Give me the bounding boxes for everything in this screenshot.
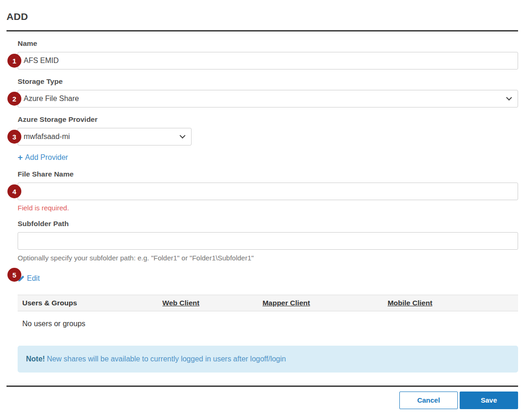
storage-type-label: Storage Type [18,77,518,86]
table-header-row: Users & Groups Web Client Mapper Client … [18,295,518,311]
file-share-name-error: Field is required. [18,204,518,212]
step-badge-3: 3 [7,130,21,144]
note-alert: Note!New shares will be available to cur… [18,346,518,373]
step-badge-5: 5 [7,268,21,282]
name-field-group: Name 1 [18,39,518,70]
name-label: Name [18,39,518,48]
add-share-form: Name 1 Storage Type 2 Azure File Share A… [18,39,518,373]
add-provider-label: Add Provider [25,153,68,162]
file-share-name-label: File Share Name [18,170,518,178]
subfolder-path-input[interactable] [18,232,518,250]
azure-storage-provider-select[interactable]: mwfafsaad-mi [18,128,192,145]
storage-type-field-group: Storage Type 2 Azure File Share [18,77,518,107]
plus-icon: + [18,153,23,162]
edit-label: Edit [27,274,40,283]
save-button[interactable]: Save [460,392,518,409]
azure-storage-provider-field-group: Azure Storage Provider 3 mwfafsaad-mi [18,115,518,145]
file-share-name-input[interactable] [18,183,518,200]
storage-type-select[interactable]: Azure File Share [18,90,518,107]
column-header-mobile-client[interactable]: Mobile Client [383,295,518,311]
storage-type-selected-value: Azure File Share [24,95,79,103]
users-groups-table: Users & Groups Web Client Mapper Client … [18,295,518,332]
column-header-mapper-client[interactable]: Mapper Client [258,295,383,311]
name-input[interactable] [18,52,518,70]
azure-storage-provider-label: Azure Storage Provider [18,115,518,124]
step-badge-4: 4 [7,184,21,198]
add-provider-row: +Add Provider [18,153,518,162]
step-badge-2: 2 [7,92,21,106]
action-bar: Cancel Save [6,392,518,409]
file-share-name-field-group: File Share Name 4 Field is required. [18,170,518,212]
edit-permissions-row: 5 Edit [18,274,518,284]
title-divider [6,30,518,32]
actions-divider [6,385,518,387]
empty-table-message: No users or groups [18,311,518,332]
cancel-button[interactable]: Cancel [399,392,458,409]
column-header-users-groups: Users & Groups [18,295,158,311]
subfolder-path-help: Optionally specify your subfolder path: … [18,254,518,262]
subfolder-path-label: Subfolder Path [18,220,518,228]
azure-storage-provider-selected-value: mwfafsaad-mi [24,133,70,141]
note-text: New shares will be available to currentl… [47,355,286,363]
add-share-page: ADD Name 1 Storage Type 2 Azure File Sha… [0,0,532,409]
add-provider-link[interactable]: +Add Provider [18,153,68,162]
column-header-web-client[interactable]: Web Client [158,295,258,311]
chevron-down-icon [506,95,512,101]
step-badge-1: 1 [7,54,21,68]
empty-table-row: No users or groups [18,311,518,332]
page-title: ADD [6,11,518,22]
note-title: Note! [26,355,45,363]
subfolder-path-field-group: Subfolder Path Optionally specify your s… [18,220,518,262]
chevron-down-icon [179,133,186,139]
